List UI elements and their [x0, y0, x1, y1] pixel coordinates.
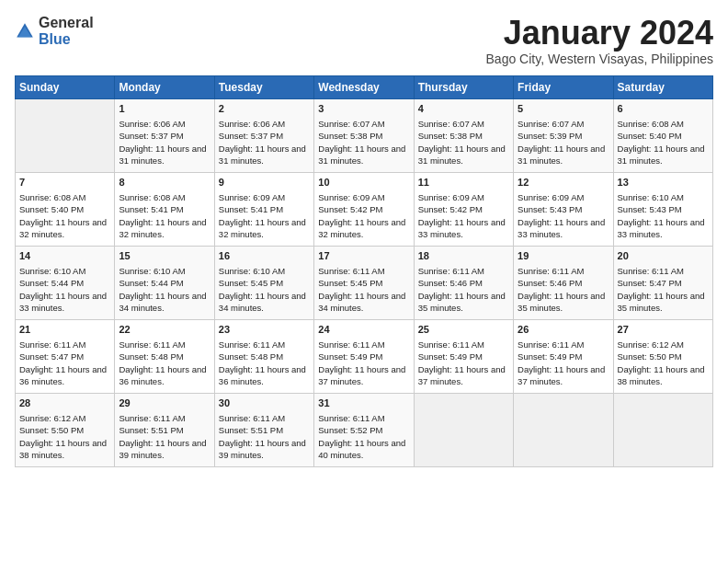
daylight: Daylight: 11 hours and 36 minutes.: [19, 364, 107, 386]
sunrise: Sunrise: 6:11 AM: [418, 266, 484, 276]
table-row: [613, 393, 712, 466]
daylight: Daylight: 11 hours and 31 minutes.: [318, 144, 405, 166]
sunset: Sunset: 5:40 PM: [618, 131, 682, 141]
day-number: 7: [19, 176, 110, 190]
day-number: 29: [119, 396, 210, 410]
daylight: Daylight: 11 hours and 33 minutes.: [418, 217, 506, 239]
sunset: Sunset: 5:45 PM: [219, 278, 283, 288]
sunset: Sunset: 5:48 PM: [219, 351, 283, 362]
sunrise: Sunrise: 6:11 AM: [618, 266, 684, 276]
sunrise: Sunrise: 6:06 AM: [219, 119, 285, 129]
sunset: Sunset: 5:44 PM: [19, 278, 84, 288]
sunset: Sunset: 5:49 PM: [318, 351, 382, 362]
sunset: Sunset: 5:41 PM: [119, 204, 183, 214]
sunset: Sunset: 5:51 PM: [219, 425, 283, 435]
calendar-week-3: 21Sunrise: 6:11 AMSunset: 5:47 PMDayligh…: [16, 319, 713, 393]
daylight: Daylight: 11 hours and 31 minutes.: [618, 144, 705, 166]
day-number: 25: [418, 323, 509, 337]
col-friday: Friday: [514, 75, 613, 98]
daylight: Daylight: 11 hours and 34 minutes.: [119, 291, 206, 313]
table-row: [514, 393, 613, 466]
month-title: January 2024: [486, 15, 713, 52]
daylight: Daylight: 11 hours and 33 minutes.: [618, 217, 705, 239]
sunset: Sunset: 5:52 PM: [318, 425, 382, 435]
sunset: Sunset: 5:49 PM: [518, 351, 582, 362]
day-number: 14: [19, 249, 110, 263]
daylight: Daylight: 11 hours and 35 minutes.: [418, 291, 506, 313]
daylight: Daylight: 11 hours and 38 minutes.: [19, 438, 107, 460]
day-number: 5: [518, 102, 609, 116]
sunrise: Sunrise: 6:06 AM: [119, 119, 185, 129]
table-row: 6Sunrise: 6:08 AMSunset: 5:40 PMDaylight…: [613, 98, 712, 172]
sunset: Sunset: 5:43 PM: [518, 204, 582, 214]
table-row: 16Sunrise: 6:10 AMSunset: 5:45 PMDayligh…: [214, 246, 313, 319]
sunrise: Sunrise: 6:09 AM: [418, 192, 484, 202]
day-number: 1: [119, 102, 210, 116]
table-row: 4Sunrise: 6:07 AMSunset: 5:38 PMDaylight…: [414, 98, 513, 172]
daylight: Daylight: 11 hours and 32 minutes.: [318, 217, 405, 239]
day-number: 26: [518, 323, 609, 337]
calendar-table: Sunday Monday Tuesday Wednesday Thursday…: [15, 75, 713, 467]
sunrise: Sunrise: 6:09 AM: [518, 192, 584, 202]
sunrise: Sunrise: 6:10 AM: [219, 266, 285, 276]
daylight: Daylight: 11 hours and 38 minutes.: [618, 364, 705, 386]
header-row: Sunday Monday Tuesday Wednesday Thursday…: [16, 75, 713, 98]
logo-icon: [15, 21, 35, 41]
sunset: Sunset: 5:37 PM: [219, 131, 283, 141]
day-number: 3: [318, 102, 409, 116]
sunrise: Sunrise: 6:12 AM: [618, 339, 684, 350]
daylight: Daylight: 11 hours and 35 minutes.: [518, 291, 605, 313]
sunset: Sunset: 5:49 PM: [418, 351, 483, 362]
day-number: 16: [219, 249, 310, 263]
calendar-header: Sunday Monday Tuesday Wednesday Thursday…: [16, 75, 713, 98]
col-saturday: Saturday: [613, 75, 712, 98]
header: General Blue January 2024 Bago City, Wes…: [15, 15, 713, 66]
col-thursday: Thursday: [414, 75, 513, 98]
sunset: Sunset: 5:43 PM: [618, 204, 682, 214]
day-number: 23: [219, 323, 310, 337]
sunrise: Sunrise: 6:10 AM: [119, 266, 185, 276]
day-number: 9: [219, 176, 310, 190]
daylight: Daylight: 11 hours and 36 minutes.: [219, 364, 306, 386]
sunset: Sunset: 5:46 PM: [418, 278, 483, 288]
sunrise: Sunrise: 6:11 AM: [318, 413, 384, 423]
page-container: General Blue January 2024 Bago City, Wes…: [0, 0, 728, 475]
sunset: Sunset: 5:38 PM: [318, 131, 382, 141]
table-row: 14Sunrise: 6:10 AMSunset: 5:44 PMDayligh…: [16, 246, 115, 319]
table-row: 26Sunrise: 6:11 AMSunset: 5:49 PMDayligh…: [514, 319, 613, 393]
sunset: Sunset: 5:48 PM: [119, 351, 183, 362]
table-row: [414, 393, 513, 466]
sunrise: Sunrise: 6:10 AM: [618, 192, 684, 202]
day-number: 19: [518, 249, 609, 263]
day-number: 24: [318, 323, 409, 337]
daylight: Daylight: 11 hours and 31 minutes.: [418, 144, 506, 166]
day-number: 28: [19, 396, 110, 410]
sunset: Sunset: 5:37 PM: [119, 131, 183, 141]
sunrise: Sunrise: 6:11 AM: [318, 266, 384, 276]
daylight: Daylight: 11 hours and 40 minutes.: [318, 438, 405, 460]
day-number: 6: [618, 102, 709, 116]
table-row: 13Sunrise: 6:10 AMSunset: 5:43 PMDayligh…: [613, 172, 712, 246]
calendar-week-1: 7Sunrise: 6:08 AMSunset: 5:40 PMDaylight…: [16, 172, 713, 246]
daylight: Daylight: 11 hours and 32 minutes.: [119, 217, 206, 239]
table-row: 23Sunrise: 6:11 AMSunset: 5:48 PMDayligh…: [214, 319, 313, 393]
daylight: Daylight: 11 hours and 37 minutes.: [518, 364, 605, 386]
table-row: 7Sunrise: 6:08 AMSunset: 5:40 PMDaylight…: [16, 172, 115, 246]
day-number: 18: [418, 249, 509, 263]
col-tuesday: Tuesday: [214, 75, 313, 98]
sunrise: Sunrise: 6:11 AM: [219, 413, 285, 423]
table-row: 21Sunrise: 6:11 AMSunset: 5:47 PMDayligh…: [16, 319, 115, 393]
sunrise: Sunrise: 6:11 AM: [418, 339, 484, 350]
table-row: 2Sunrise: 6:06 AMSunset: 5:37 PMDaylight…: [214, 98, 313, 172]
sunrise: Sunrise: 6:11 AM: [19, 339, 85, 350]
sunrise: Sunrise: 6:11 AM: [119, 339, 185, 350]
table-row: 3Sunrise: 6:07 AMSunset: 5:38 PMDaylight…: [314, 98, 414, 172]
day-number: 30: [219, 396, 310, 410]
day-number: 4: [418, 102, 509, 116]
sunset: Sunset: 5:50 PM: [19, 425, 84, 435]
daylight: Daylight: 11 hours and 39 minutes.: [219, 438, 306, 460]
table-row: 29Sunrise: 6:11 AMSunset: 5:51 PMDayligh…: [115, 393, 214, 466]
table-row: [16, 98, 115, 172]
sunset: Sunset: 5:42 PM: [418, 204, 483, 214]
table-row: 20Sunrise: 6:11 AMSunset: 5:47 PMDayligh…: [613, 246, 712, 319]
